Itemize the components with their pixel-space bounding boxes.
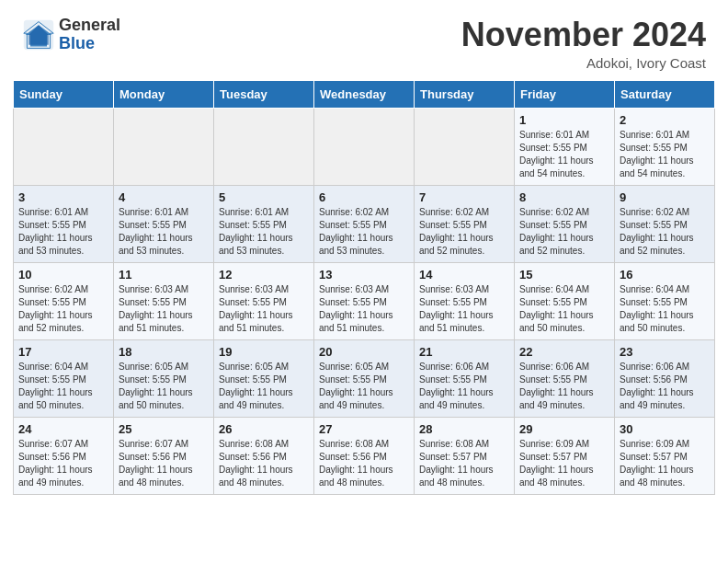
calendar-cell: 20Sunrise: 6:05 AM Sunset: 5:55 PM Dayli… [314, 339, 415, 417]
day-number: 13 [319, 268, 409, 282]
logo-general-text: General [59, 17, 120, 35]
calendar-cell: 14Sunrise: 6:03 AM Sunset: 5:55 PM Dayli… [415, 262, 515, 339]
calendar-week-5: 24Sunrise: 6:07 AM Sunset: 5:56 PM Dayli… [14, 417, 715, 494]
day-info: Sunrise: 6:08 AM Sunset: 5:57 PM Dayligh… [419, 438, 509, 489]
calendar-week-1: 1Sunrise: 6:01 AM Sunset: 5:55 PM Daylig… [14, 108, 715, 185]
day-info: Sunrise: 6:07 AM Sunset: 5:56 PM Dayligh… [18, 438, 108, 489]
calendar-cell: 6Sunrise: 6:02 AM Sunset: 5:55 PM Daylig… [314, 185, 415, 262]
day-info: Sunrise: 6:02 AM Sunset: 5:55 PM Dayligh… [519, 206, 609, 258]
day-info: Sunrise: 6:04 AM Sunset: 5:55 PM Dayligh… [519, 283, 609, 335]
day-info: Sunrise: 6:06 AM Sunset: 5:55 PM Dayligh… [419, 361, 509, 412]
weekday-row: SundayMondayTuesdayWednesdayThursdayFrid… [14, 80, 715, 108]
calendar-cell [314, 108, 415, 185]
calendar-table: SundayMondayTuesdayWednesdayThursdayFrid… [13, 80, 715, 495]
calendar-cell: 10Sunrise: 6:02 AM Sunset: 5:55 PM Dayli… [14, 262, 114, 339]
calendar-cell [14, 108, 114, 185]
calendar-cell: 2Sunrise: 6:01 AM Sunset: 5:55 PM Daylig… [615, 108, 715, 185]
day-number: 17 [18, 345, 108, 359]
day-info: Sunrise: 6:09 AM Sunset: 5:57 PM Dayligh… [620, 438, 710, 489]
day-number: 9 [620, 190, 710, 204]
day-number: 15 [519, 268, 609, 282]
day-info: Sunrise: 6:03 AM Sunset: 5:55 PM Dayligh… [319, 283, 409, 335]
day-number: 24 [18, 422, 108, 436]
calendar-cell: 28Sunrise: 6:08 AM Sunset: 5:57 PM Dayli… [415, 417, 515, 494]
calendar-cell: 13Sunrise: 6:03 AM Sunset: 5:55 PM Dayli… [314, 262, 415, 339]
weekday-header-thursday: Thursday [415, 80, 515, 108]
calendar-header: SundayMondayTuesdayWednesdayThursdayFrid… [14, 80, 715, 108]
day-info: Sunrise: 6:05 AM Sunset: 5:55 PM Dayligh… [119, 361, 209, 412]
calendar-cell: 29Sunrise: 6:09 AM Sunset: 5:57 PM Dayli… [515, 417, 615, 494]
day-number: 8 [519, 190, 609, 204]
calendar-cell: 19Sunrise: 6:05 AM Sunset: 5:55 PM Dayli… [214, 339, 314, 417]
day-number: 27 [319, 422, 409, 436]
day-number: 5 [219, 190, 309, 204]
day-info: Sunrise: 6:02 AM Sunset: 5:55 PM Dayligh… [18, 283, 108, 335]
day-number: 22 [519, 345, 609, 359]
day-number: 29 [519, 422, 609, 436]
calendar-cell: 7Sunrise: 6:02 AM Sunset: 5:55 PM Daylig… [415, 185, 515, 262]
location-title: Adokoi, Ivory Coast [461, 55, 706, 71]
day-number: 25 [119, 422, 209, 436]
calendar-cell: 15Sunrise: 6:04 AM Sunset: 5:55 PM Dayli… [515, 262, 615, 339]
calendar-week-2: 3Sunrise: 6:01 AM Sunset: 5:55 PM Daylig… [14, 185, 715, 262]
day-number: 28 [419, 422, 509, 436]
page: General Blue November 2024 Adokoi, Ivory… [0, 0, 728, 508]
title-block: November 2024 Adokoi, Ivory Coast [461, 17, 706, 71]
weekday-header-friday: Friday [515, 80, 615, 108]
day-number: 30 [620, 422, 710, 436]
day-info: Sunrise: 6:07 AM Sunset: 5:56 PM Dayligh… [119, 438, 209, 489]
day-number: 6 [319, 190, 409, 204]
calendar-wrap: SundayMondayTuesdayWednesdayThursdayFrid… [0, 80, 728, 508]
day-number: 23 [620, 345, 710, 359]
day-info: Sunrise: 6:03 AM Sunset: 5:55 PM Dayligh… [219, 283, 309, 335]
calendar-body: 1Sunrise: 6:01 AM Sunset: 5:55 PM Daylig… [14, 108, 715, 494]
logo-blue-text: Blue [59, 35, 120, 53]
day-number: 11 [119, 268, 209, 282]
day-info: Sunrise: 6:02 AM Sunset: 5:55 PM Dayligh… [319, 206, 409, 258]
calendar-cell: 1Sunrise: 6:01 AM Sunset: 5:55 PM Daylig… [515, 108, 615, 185]
calendar-cell: 27Sunrise: 6:08 AM Sunset: 5:56 PM Dayli… [314, 417, 415, 494]
day-info: Sunrise: 6:06 AM Sunset: 5:56 PM Dayligh… [620, 361, 710, 412]
day-info: Sunrise: 6:01 AM Sunset: 5:55 PM Dayligh… [219, 206, 309, 258]
calendar-cell: 25Sunrise: 6:07 AM Sunset: 5:56 PM Dayli… [114, 417, 214, 494]
calendar-week-3: 10Sunrise: 6:02 AM Sunset: 5:55 PM Dayli… [14, 262, 715, 339]
logo-icon [22, 18, 55, 52]
calendar-cell: 21Sunrise: 6:06 AM Sunset: 5:55 PM Dayli… [415, 339, 515, 417]
day-info: Sunrise: 6:06 AM Sunset: 5:55 PM Dayligh… [519, 361, 609, 412]
day-info: Sunrise: 6:04 AM Sunset: 5:55 PM Dayligh… [18, 361, 108, 412]
calendar-cell: 24Sunrise: 6:07 AM Sunset: 5:56 PM Dayli… [14, 417, 114, 494]
calendar-cell: 11Sunrise: 6:03 AM Sunset: 5:55 PM Dayli… [114, 262, 214, 339]
logo-text: General Blue [59, 17, 120, 53]
calendar-cell: 12Sunrise: 6:03 AM Sunset: 5:55 PM Dayli… [214, 262, 314, 339]
day-number: 14 [419, 268, 509, 282]
calendar-cell [214, 108, 314, 185]
weekday-header-monday: Monday [114, 80, 214, 108]
day-number: 3 [18, 190, 108, 204]
day-number: 10 [18, 268, 108, 282]
weekday-header-sunday: Sunday [14, 80, 114, 108]
calendar-cell: 18Sunrise: 6:05 AM Sunset: 5:55 PM Dayli… [114, 339, 214, 417]
header: General Blue November 2024 Adokoi, Ivory… [0, 0, 728, 80]
calendar-week-4: 17Sunrise: 6:04 AM Sunset: 5:55 PM Dayli… [14, 339, 715, 417]
day-info: Sunrise: 6:01 AM Sunset: 5:55 PM Dayligh… [519, 129, 609, 180]
day-info: Sunrise: 6:02 AM Sunset: 5:55 PM Dayligh… [419, 206, 509, 258]
calendar-cell: 22Sunrise: 6:06 AM Sunset: 5:55 PM Dayli… [515, 339, 615, 417]
day-number: 2 [620, 113, 710, 127]
day-info: Sunrise: 6:01 AM Sunset: 5:55 PM Dayligh… [18, 206, 108, 258]
weekday-header-wednesday: Wednesday [314, 80, 415, 108]
calendar-cell: 3Sunrise: 6:01 AM Sunset: 5:55 PM Daylig… [14, 185, 114, 262]
day-number: 16 [620, 268, 710, 282]
day-number: 19 [219, 345, 309, 359]
day-info: Sunrise: 6:03 AM Sunset: 5:55 PM Dayligh… [419, 283, 509, 335]
calendar-cell: 4Sunrise: 6:01 AM Sunset: 5:55 PM Daylig… [114, 185, 214, 262]
calendar-cell [114, 108, 214, 185]
calendar-cell [415, 108, 515, 185]
day-number: 18 [119, 345, 209, 359]
calendar-cell: 23Sunrise: 6:06 AM Sunset: 5:56 PM Dayli… [615, 339, 715, 417]
day-info: Sunrise: 6:05 AM Sunset: 5:55 PM Dayligh… [219, 361, 309, 412]
day-info: Sunrise: 6:08 AM Sunset: 5:56 PM Dayligh… [219, 438, 309, 489]
logo: General Blue [22, 17, 120, 53]
calendar-cell: 9Sunrise: 6:02 AM Sunset: 5:55 PM Daylig… [615, 185, 715, 262]
calendar-cell: 5Sunrise: 6:01 AM Sunset: 5:55 PM Daylig… [214, 185, 314, 262]
weekday-header-tuesday: Tuesday [214, 80, 314, 108]
